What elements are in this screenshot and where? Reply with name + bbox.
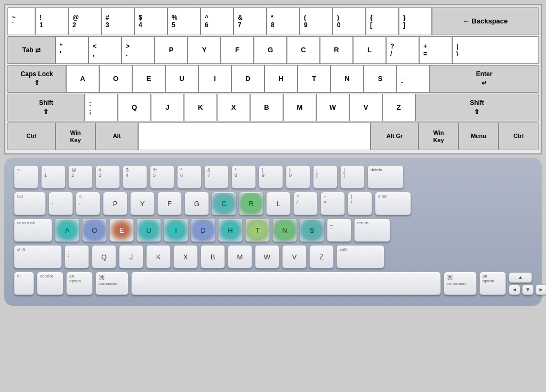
mac-key-2[interactable]: @2 xyxy=(68,165,93,189)
key-o[interactable]: O xyxy=(99,65,132,93)
key-4[interactable]: $4 xyxy=(134,7,167,35)
mac-key-x[interactable]: X xyxy=(173,245,198,268)
mac-key-w[interactable]: W xyxy=(255,245,279,268)
mac-key-t[interactable]: T xyxy=(245,218,270,242)
key-u[interactable]: U xyxy=(165,65,198,93)
key-menu[interactable]: Menu xyxy=(459,123,499,150)
mac-key-option-right[interactable]: altoption xyxy=(479,272,506,295)
mac-key-tilde[interactable]: ~` xyxy=(14,165,38,189)
key-d[interactable]: D xyxy=(231,65,264,93)
key-n[interactable]: N xyxy=(331,65,364,93)
key-caps-lock[interactable]: Caps Lock⇪ xyxy=(7,65,66,93)
mac-key-shift-right[interactable]: shift xyxy=(336,245,384,268)
key-9[interactable]: (9 xyxy=(300,7,333,35)
mac-key-y[interactable]: Y xyxy=(130,192,155,215)
key-shift-right[interactable]: Shift⇧ xyxy=(415,94,539,121)
key-b[interactable]: B xyxy=(250,94,283,121)
mac-key-z[interactable]: Z xyxy=(309,245,334,268)
mac-key-u[interactable]: U xyxy=(136,218,161,242)
mac-key-9[interactable]: (9 xyxy=(259,165,283,189)
mac-key-p[interactable]: P xyxy=(103,192,127,215)
key-j[interactable]: J xyxy=(151,94,184,121)
mac-key-c[interactable]: C xyxy=(212,192,236,215)
mac-key-pipe[interactable]: |\ xyxy=(348,192,372,215)
key-ctrl-left[interactable]: Ctrl xyxy=(7,123,55,150)
key-l[interactable]: L xyxy=(353,36,386,64)
mac-key-quote[interactable]: ", xyxy=(49,192,73,215)
mac-key-plus[interactable]: += xyxy=(320,192,345,215)
key-c[interactable]: C xyxy=(287,36,320,64)
mac-key-up[interactable]: ▲ xyxy=(509,272,532,283)
mac-key-e[interactable]: E xyxy=(109,218,134,242)
key-slash[interactable]: ?/ xyxy=(386,36,419,64)
mac-key-shift-left[interactable]: shift xyxy=(14,245,62,268)
key-k[interactable]: K xyxy=(184,94,217,121)
mac-key-b[interactable]: B xyxy=(200,245,225,268)
mac-key-1[interactable]: !1 xyxy=(41,165,66,189)
mac-key-rb[interactable]: }] xyxy=(340,165,365,189)
mac-key-left[interactable]: ◄ xyxy=(509,284,520,295)
key-e[interactable]: E xyxy=(132,65,165,93)
key-x[interactable]: X xyxy=(217,94,250,121)
mac-key-q[interactable]: Q xyxy=(92,245,116,268)
mac-key-angle[interactable]: <, xyxy=(76,192,100,215)
mac-key-k[interactable]: K xyxy=(146,245,171,268)
key-0[interactable]: )0 xyxy=(333,7,366,35)
key-win-right[interactable]: WinKey xyxy=(419,123,459,150)
key-backslash[interactable]: |\ xyxy=(452,36,539,64)
mac-key-return[interactable]: return xyxy=(354,218,390,242)
key-right-bracket[interactable]: }] xyxy=(399,7,432,35)
key-equals[interactable]: += xyxy=(419,36,452,64)
key-f[interactable]: F xyxy=(221,36,254,64)
mac-key-8[interactable]: *8 xyxy=(231,165,256,189)
key-v[interactable]: V xyxy=(349,94,382,121)
key-z[interactable]: Z xyxy=(382,94,415,121)
mac-key-s[interactable]: S xyxy=(300,218,324,242)
key-w[interactable]: W xyxy=(316,94,349,121)
key-7[interactable]: &7 xyxy=(234,7,267,35)
mac-key-delete[interactable]: delete xyxy=(367,165,404,189)
mac-key-m[interactable]: M xyxy=(228,245,252,268)
mac-key-slash[interactable]: ?/ xyxy=(293,192,318,215)
mac-key-command-left[interactable]: ⌘command xyxy=(95,272,129,295)
key-2[interactable]: @2 xyxy=(68,7,101,35)
key-h[interactable]: H xyxy=(264,65,298,93)
mac-key-g[interactable]: G xyxy=(184,192,209,215)
key-5[interactable]: %5 xyxy=(167,7,200,35)
mac-key-down[interactable]: ▼ xyxy=(522,284,534,295)
mac-key-command-right[interactable]: ⌘command xyxy=(444,272,477,295)
key-m[interactable]: M xyxy=(283,94,316,121)
key-y[interactable]: Y xyxy=(188,36,221,64)
key-semicolon[interactable]: :; xyxy=(85,94,118,121)
mac-key-o[interactable]: O xyxy=(82,218,107,242)
key-enter[interactable]: Enter↵ xyxy=(430,65,539,93)
mac-key-right[interactable]: ► xyxy=(535,284,546,295)
key-s[interactable]: S xyxy=(364,65,397,93)
mac-key-l[interactable]: L xyxy=(266,192,291,215)
key-win-left[interactable]: WinKey xyxy=(55,123,95,150)
key-tilde[interactable]: ~` xyxy=(7,7,35,35)
key-p[interactable]: P xyxy=(155,36,188,64)
mac-key-v[interactable]: V xyxy=(282,245,307,268)
mac-key-f[interactable]: F xyxy=(157,192,182,215)
key-dvorak-quote[interactable]: "' xyxy=(55,36,89,64)
mac-key-lb[interactable]: {[ xyxy=(313,165,338,189)
mac-key-d[interactable]: D xyxy=(191,218,215,242)
key-r[interactable]: R xyxy=(320,36,353,64)
mac-key-control[interactable]: control xyxy=(37,272,63,295)
mac-key-i[interactable]: I xyxy=(164,218,188,242)
key-g[interactable]: G xyxy=(254,36,287,64)
key-6[interactable]: ^6 xyxy=(200,7,234,35)
mac-key-7[interactable]: &7 xyxy=(204,165,229,189)
key-backspace[interactable]: ← Backspace xyxy=(432,7,539,35)
mac-key-r[interactable]: R xyxy=(239,192,263,215)
key-a[interactable]: A xyxy=(66,65,99,93)
key-tab[interactable]: Tab ⇄ xyxy=(7,36,55,64)
mac-key-5[interactable]: %5 xyxy=(150,165,174,189)
mac-key-4[interactable]: $4 xyxy=(123,165,147,189)
mac-key-semicolon[interactable]: :; xyxy=(65,245,89,268)
key-3[interactable]: #3 xyxy=(101,7,134,35)
key-minus[interactable]: _- xyxy=(397,65,430,93)
mac-key-tab[interactable]: tab xyxy=(14,192,46,215)
key-t[interactable]: T xyxy=(298,65,331,93)
